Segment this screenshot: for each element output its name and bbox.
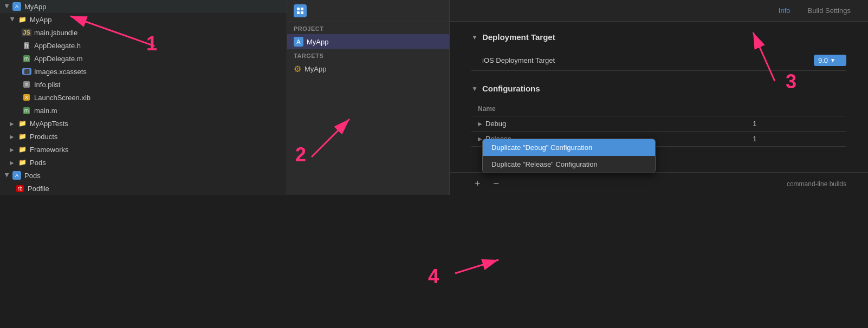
ios-deployment-target-row: iOS Deployment Target 9.0 ▼ xyxy=(471,50,846,71)
duplicate-release-item[interactable]: Duplicate "Release" Configuration xyxy=(483,156,655,173)
nav-item-label: MyApp xyxy=(30,16,51,24)
file-icon: h xyxy=(22,41,31,50)
file-icon: rb xyxy=(15,183,25,193)
add-configuration-button[interactable]: + xyxy=(471,177,484,191)
nav-main-m[interactable]: m main.m xyxy=(0,104,287,117)
nav-item-label: Products xyxy=(30,133,57,141)
svg-line-8 xyxy=(455,260,498,273)
configurations-label: Configurations xyxy=(482,84,540,93)
project-section-header: PROJECT xyxy=(287,22,449,34)
nav-myapp-folder[interactable]: ▶ 📁 MyApp xyxy=(0,13,287,26)
nav-item-label: Pods xyxy=(30,159,46,167)
nav-main-jsbundle[interactable]: JS main.jsbundle xyxy=(0,26,287,39)
folder-icon: 📁 xyxy=(17,119,27,128)
nav-launchscreen-xib[interactable]: X LaunchScreen.xib xyxy=(0,91,287,104)
svg-rect-0 xyxy=(297,8,300,10)
file-navigator[interactable]: ▶ A MyApp ▶ 📁 MyApp JS main.jsbundle xyxy=(0,0,287,195)
tab-info[interactable]: Info xyxy=(770,4,799,17)
col-name-header: Name xyxy=(471,102,746,116)
nav-images-xcassets[interactable]: ⬛ Images.xcassets xyxy=(0,65,287,78)
svg-rect-1 xyxy=(301,8,303,10)
project-app-icon: A xyxy=(294,37,303,47)
deployment-target-label: Deployment Target xyxy=(482,32,555,42)
pnav-toolbar-icon[interactable] xyxy=(294,4,307,17)
nav-item-label: main.jsbundle xyxy=(34,29,77,37)
nav-item-label: Pods xyxy=(24,172,41,180)
nav-podfile[interactable]: rb Podfile xyxy=(0,182,287,195)
ios-deployment-label: iOS Deployment Target xyxy=(471,56,814,64)
nav-products[interactable]: ▶ 📁 Products xyxy=(0,130,287,143)
config-row-debug: ▶ Debug 1 xyxy=(471,116,846,132)
tab-build-settings[interactable]: Build Settings xyxy=(799,4,860,17)
nav-item-label: Frameworks xyxy=(30,146,69,154)
pnav-toolbar xyxy=(287,0,449,22)
bottom-toolbar: + − command-line builds Duplicate "Debug… xyxy=(450,172,868,195)
file-icon: X xyxy=(22,93,31,102)
nav-myapptests[interactable]: ▶ 📁 MyAppTests xyxy=(0,117,287,130)
file-icon: ⬛ xyxy=(22,67,31,76)
file-icon: m xyxy=(22,54,31,63)
app-icon: A xyxy=(12,170,22,180)
bottom-note: command-line builds xyxy=(787,180,846,188)
triangle-icon: ▶ xyxy=(478,136,482,142)
nav-item-label: Images.xcassets xyxy=(34,68,87,76)
configurations-section: ▼ Configurations Name xyxy=(471,84,846,147)
targets-section-header: TARGETS xyxy=(287,49,449,61)
deployment-target-header: ▼ Deployment Target xyxy=(471,32,846,42)
nav-item-label: main.m xyxy=(34,107,57,115)
nav-item-label: Podfile xyxy=(28,185,49,193)
nav-info-plist[interactable]: ≡ Info.plist xyxy=(0,78,287,91)
triangle-icon: ▼ xyxy=(471,85,478,93)
svg-rect-3 xyxy=(301,11,303,14)
file-icon: JS xyxy=(22,28,31,37)
chevron-icon: ▶ xyxy=(10,121,15,127)
annotation-4: 4 xyxy=(428,265,439,288)
col-value-header xyxy=(746,102,846,116)
nav-item-label: AppDelegate.h xyxy=(34,42,81,50)
nav-appdelegate-h[interactable]: h AppDelegate.h xyxy=(0,39,287,52)
remove-configuration-button[interactable]: − xyxy=(490,177,503,191)
chevron-icon: ▶ xyxy=(10,147,15,153)
folder-icon: 📁 xyxy=(17,158,27,167)
nav-item-label: MyAppTests xyxy=(30,120,68,128)
app-window: ▶ A MyApp ▶ 📁 MyApp JS main.jsbundle xyxy=(0,0,868,328)
nav-pods-folder[interactable]: ▶ 📁 Pods xyxy=(0,156,287,169)
chevron-icon: ▶ xyxy=(10,17,16,22)
main-layout: ▶ A MyApp ▶ 📁 MyApp JS main.jsbundle xyxy=(0,0,868,195)
chevron-icon: ▶ xyxy=(4,4,10,9)
svg-rect-2 xyxy=(297,11,300,14)
project-navigator: PROJECT A MyApp TARGETS ⚙ MyApp xyxy=(287,0,450,195)
file-icon: m xyxy=(22,106,31,115)
app-icon: A xyxy=(12,2,22,11)
settings-panel: Info Build Settings ▼ Deployment Target … xyxy=(450,0,868,195)
deployment-target-dropdown[interactable]: 9.0 ▼ xyxy=(814,55,846,66)
nav-item-label: LaunchScreen.xib xyxy=(34,94,90,102)
popup-menu: Duplicate "Debug" Configuration Duplicat… xyxy=(482,139,656,173)
config-release-value: 1 xyxy=(746,132,846,147)
folder-icon: 📁 xyxy=(17,145,27,154)
nav-pods-app[interactable]: ▶ A Pods xyxy=(0,169,287,182)
nav-root-myapp[interactable]: ▶ A MyApp xyxy=(0,0,287,13)
project-myapp-item[interactable]: A MyApp xyxy=(287,34,449,49)
nav-appdelegate-m[interactable]: m AppDelegate.m xyxy=(0,52,287,65)
chevron-icon: ▶ xyxy=(4,173,10,178)
file-icon: ≡ xyxy=(22,80,31,89)
caret-icon: ▼ xyxy=(830,57,835,63)
chevron-icon: ▶ xyxy=(10,134,15,140)
folder-icon: 📁 xyxy=(17,132,27,141)
triangle-icon: ▼ xyxy=(471,34,478,41)
nav-item-label: Info.plist xyxy=(34,81,60,89)
triangle-icon: ▶ xyxy=(478,121,482,127)
target-icon: ⚙ xyxy=(294,64,301,74)
target-item-label: MyApp xyxy=(305,65,326,73)
nav-item-label: AppDelegate.m xyxy=(34,55,83,63)
nav-frameworks[interactable]: ▶ 📁 Frameworks xyxy=(0,143,287,156)
duplicate-debug-item[interactable]: Duplicate "Debug" Configuration xyxy=(483,139,655,156)
ios-deployment-value: 9.0 ▼ xyxy=(814,55,846,66)
configurations-header: ▼ Configurations xyxy=(471,84,846,93)
project-item-label: MyApp xyxy=(307,38,328,46)
config-debug-value: 1 xyxy=(746,116,846,132)
settings-toolbar: Info Build Settings xyxy=(450,0,868,22)
target-myapp-item[interactable]: ⚙ MyApp xyxy=(287,61,449,77)
chevron-icon: ▶ xyxy=(10,160,15,166)
